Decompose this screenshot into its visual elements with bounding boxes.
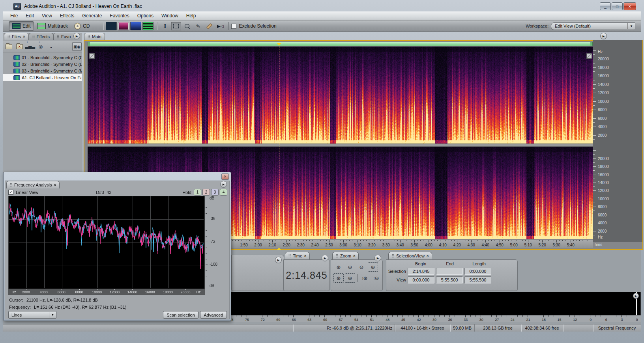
menu-generate[interactable]: Generate	[78, 12, 106, 19]
maximize-button[interactable]: □	[612, 2, 623, 10]
spectral-frequency-view-button[interactable]	[118, 22, 129, 30]
close-icon[interactable]: ×	[23, 35, 25, 39]
frequency-analysis-graph[interactable]	[9, 196, 204, 288]
close-icon[interactable]: ×	[427, 254, 429, 258]
files-panel-menu-button[interactable]: ▶	[73, 33, 80, 39]
import-file-button[interactable]	[4, 42, 14, 51]
display-range-handle[interactable]	[586, 53, 592, 59]
channel-divider[interactable]	[88, 144, 593, 147]
hold-button-3[interactable]: 3	[211, 189, 219, 196]
horizontal-scroll-navigator[interactable]	[88, 42, 593, 46]
tab-main[interactable]: Main	[84, 33, 105, 40]
files-panel-tab-favo[interactable]: Favo	[53, 33, 76, 40]
zoom-panel-menu-button[interactable]: ▶	[374, 255, 381, 261]
view-end-field[interactable]: 5:55.500	[436, 276, 463, 283]
file-list-item[interactable]: 02 - Brainchild - Symmetry C (Lan	[3, 61, 82, 67]
level-meters[interactable]	[231, 292, 641, 315]
effects-paintbrush-tool[interactable]: ✎	[193, 22, 203, 30]
zoom-to-selection-button[interactable]: ⊕	[368, 262, 378, 272]
menu-options[interactable]: Options	[133, 12, 157, 19]
menu-effects[interactable]: Effects	[56, 12, 78, 19]
meter-scale-label: -24	[509, 318, 515, 322]
spectral-phase-view-button[interactable]	[142, 22, 154, 30]
frequency-analysis-menu-button[interactable]: ▶	[220, 181, 227, 188]
tab-zoom[interactable]: Zoom ×	[332, 252, 359, 259]
hold-button-4[interactable]: 4	[220, 189, 227, 196]
selection-end-field[interactable]	[436, 268, 463, 275]
hz-unit-label: Hz	[197, 290, 201, 294]
zoom-in-left-edge-button[interactable]: ⊕	[333, 273, 344, 283]
menu-view[interactable]: View	[38, 12, 56, 19]
spot-healing-brush-tool[interactable]	[204, 22, 214, 30]
scan-selection-button[interactable]: Scan selection	[163, 311, 198, 319]
menu-edit[interactable]: Edit	[22, 12, 38, 19]
timeline-tick-label: 5:20	[538, 243, 546, 247]
meter-tick	[309, 315, 309, 317]
waveform-view-button[interactable]	[106, 22, 117, 30]
files-panel-tab-files[interactable]: Files×	[4, 33, 29, 40]
marquee-selection-tool[interactable]	[171, 22, 181, 30]
scrub-tool[interactable]: ▶◁	[215, 22, 225, 30]
tab-time[interactable]: Time ×	[285, 252, 310, 259]
frequency-analysis-plot[interactable]	[8, 196, 205, 289]
menu-favorites[interactable]: Favorites	[106, 12, 133, 19]
exclude-selection-checkbox[interactable]	[231, 24, 236, 29]
selection-begin-field[interactable]: 2:14.845	[408, 268, 434, 275]
display-mode-dropdown[interactable]: Lines ▼	[8, 311, 56, 319]
display-range-handle[interactable]	[89, 53, 95, 59]
hold-button-2[interactable]: 2	[202, 189, 210, 196]
edit-file-button[interactable]: ◒	[47, 42, 56, 51]
chevron-down-icon[interactable]: ▼	[49, 312, 56, 318]
file-list-item[interactable]: A1. CJ Bolland - Heaven On Ear	[3, 74, 82, 81]
zoom-in-right-edge-button[interactable]: ⊕	[345, 273, 355, 283]
lasso-selection-tool[interactable]	[182, 22, 192, 30]
playhead-marker-top[interactable]	[277, 43, 281, 46]
frequency-analysis-titlebar[interactable]	[4, 172, 231, 180]
linear-view-checkbox[interactable]: ✓	[8, 190, 13, 195]
main-panel-menu-button[interactable]: ▶	[600, 33, 607, 39]
close-icon[interactable]: ×	[304, 254, 306, 258]
advanced-button[interactable]: Advanced	[200, 311, 227, 319]
meters-panel-menu-button[interactable]: ▶	[633, 293, 639, 299]
meter-scale-label: -48	[384, 318, 389, 322]
close-icon[interactable]: ×	[54, 183, 56, 187]
edit-view-button[interactable]: Edit	[9, 21, 34, 31]
title-bar[interactable]: Au Adobe Audition - A1. CJ Bolland - Hea…	[3, 1, 641, 11]
close-icon[interactable]: ×	[353, 254, 355, 258]
zoom-out-horizontal-button[interactable]: ⊖	[345, 262, 355, 272]
cd-view-button[interactable]: CD	[71, 21, 93, 31]
menu-file[interactable]: File	[6, 12, 22, 19]
close-files-button[interactable]: ✕	[15, 42, 24, 51]
zoom-in-vertical-button[interactable]: ↕⊕	[359, 273, 370, 283]
playhead-line[interactable]	[279, 47, 279, 240]
view-begin-field[interactable]: 0:00.000	[408, 276, 434, 283]
timeline-tick-label: 1:50	[240, 243, 247, 247]
zoom-out-vertical-button[interactable]: ↕⊖	[371, 273, 381, 283]
files-panel-tab-effects[interactable]: Effects	[29, 33, 53, 40]
tab-selection-view[interactable]: Selection/View ×	[388, 252, 432, 259]
multitrack-view-button[interactable]: Multitrack	[34, 21, 71, 31]
spectral-pan-view-button[interactable]	[130, 22, 141, 30]
hold-button-1[interactable]: 1	[194, 189, 201, 196]
minimize-button[interactable]: _	[600, 2, 611, 10]
time-display[interactable]: 2:14.845	[286, 270, 327, 281]
close-button[interactable]: ✕	[623, 2, 636, 10]
selection-length-field[interactable]: 0:00.000	[464, 268, 491, 275]
show-options-button[interactable]: ▣◉	[72, 42, 82, 51]
insert-into-multitrack-button[interactable]: ▃▅▃↓	[25, 42, 35, 51]
file-list-item[interactable]: 03 - Brainchild - Symmetry C (Mik	[3, 67, 82, 74]
insert-into-cd-button[interactable]: ◎↓	[36, 42, 45, 51]
menu-help[interactable]: Help	[182, 12, 200, 19]
zoom-in-horizontal-button[interactable]: ⊕	[333, 262, 344, 272]
workspace-dropdown[interactable]: Edit View (Default) ▼	[551, 22, 635, 30]
file-list-item[interactable]: 01 - Brainchild - Symmetry C (Orig	[3, 54, 82, 61]
frequency-analysis-close-button[interactable]: ✕	[221, 173, 229, 180]
transport-panel-menu-button[interactable]: ▶	[275, 257, 282, 263]
zoom-out-full-button[interactable]: ⊖	[356, 262, 367, 272]
view-length-field[interactable]: 5:55.500	[464, 276, 491, 283]
menu-window[interactable]: Window	[157, 12, 182, 19]
chevron-down-icon[interactable]: ▼	[627, 23, 635, 29]
tab-frequency-analysis[interactable]: Frequency Analysis ×	[6, 181, 60, 188]
frequency-ruler[interactable]: Hz20004000600080001000012000140001600018…	[593, 40, 642, 242]
time-selection-tool[interactable]: I	[160, 22, 170, 30]
